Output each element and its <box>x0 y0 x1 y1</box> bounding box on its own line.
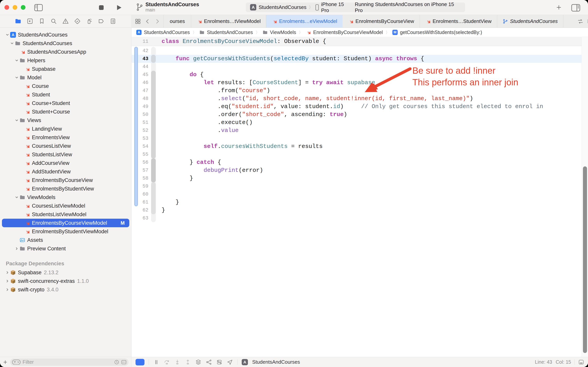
tree-item[interactable]: StudentsListViewModel <box>0 210 131 219</box>
sidebar-toggle-icon[interactable] <box>34 4 43 11</box>
navigator-tab-debug-icon[interactable] <box>86 18 92 25</box>
editor-scrollbar[interactable] <box>582 37 588 357</box>
code-line-current[interactable]: 43 func getCoursesWithStudents(selectedB… <box>132 55 582 63</box>
code-line[interactable]: 49 .eq("student.id", value: student.id) … <box>132 103 582 111</box>
disclosure-open-icon[interactable] <box>14 118 19 123</box>
tree-item[interactable]: Views <box>0 116 131 125</box>
minimize-button[interactable] <box>13 5 17 10</box>
tree-item[interactable]: Student+Course <box>0 108 131 116</box>
debug-step-out-icon[interactable] <box>185 359 191 365</box>
code-line[interactable]: 53 <box>132 134 582 142</box>
code-line[interactable]: 62} <box>132 206 582 214</box>
breadcrumb-item[interactable]: getCoursesWithStudents(selectedBy:) <box>400 30 482 35</box>
inspector-toggle-icon[interactable] <box>571 4 580 11</box>
scheme-status-pill[interactable]: A StudentsAndCourses 〉 iPhone 15 Pro Run… <box>246 2 465 12</box>
tree-item[interactable]: StudentsAndCoursesApp <box>0 48 131 56</box>
editor-tab[interactable]: Enrolments…StudentView <box>420 15 497 28</box>
navigator-tab-find-icon[interactable] <box>50 18 57 25</box>
scheme-project[interactable]: StudentsAndCourses <box>259 4 306 10</box>
line-number[interactable]: 63 <box>132 215 151 221</box>
run-button[interactable] <box>115 4 122 11</box>
tree-item[interactable]: AddCourseView <box>0 159 131 167</box>
navigator-tab-issues-icon[interactable] <box>62 18 69 25</box>
filter-input[interactable]: Filter <box>10 359 128 366</box>
scrollbar-thumb[interactable] <box>583 167 587 353</box>
breadcrumb-item[interactable]: StudentsAndCourses <box>144 30 190 35</box>
tree-item[interactable]: Supabase <box>0 65 131 73</box>
code-line[interactable]: 50 .order("short_code", ascending: true) <box>132 111 582 119</box>
tree-item[interactable]: EnrolmentsByCourseView <box>0 176 131 184</box>
code-line[interactable]: 57 debugPrint(error) <box>132 167 582 174</box>
disclosure-closed-icon[interactable] <box>5 270 10 275</box>
tree-item[interactable]: LandingView <box>0 125 131 133</box>
debug-step-in-icon[interactable] <box>174 359 180 365</box>
fold-ribbon-segment[interactable] <box>151 158 156 182</box>
navigator-tab-changes-icon[interactable] <box>27 18 33 25</box>
code-line[interactable]: 51 .execute() <box>132 119 582 126</box>
library-add-icon[interactable] <box>556 4 562 10</box>
tree-item[interactable]: ViewModels <box>0 193 131 201</box>
hide-debug-area-icon[interactable] <box>578 359 584 365</box>
breadcrumb-item[interactable]: EnrolmentsByCourseViewModel <box>313 30 383 35</box>
navigator-tab-bookmarks-icon[interactable] <box>39 18 45 25</box>
tree-item[interactable]: StudentsAndCourses <box>0 39 131 48</box>
navigator-tab-breakpoints-icon[interactable] <box>98 18 104 25</box>
debug-graph-icon[interactable] <box>206 359 212 365</box>
code-line[interactable]: 63 <box>132 214 582 222</box>
code-line[interactable]: 58 } <box>132 174 582 182</box>
package-item[interactable]: swift-concurrency-extras1.1.0 <box>0 277 131 285</box>
tree-item[interactable]: Helpers <box>0 56 131 65</box>
disclosure-open-icon[interactable] <box>5 33 10 37</box>
tree-item[interactable]: Student <box>0 90 131 99</box>
disclosure-open-icon[interactable] <box>14 75 19 80</box>
code-line[interactable]: 52 .value <box>132 126 582 134</box>
breakpoints-toggle-button[interactable] <box>135 359 144 366</box>
tree-item[interactable]: Course+Student <box>0 99 131 108</box>
code-line[interactable]: 60 <box>132 190 582 198</box>
code-line[interactable]: 56 } catch { <box>132 158 582 167</box>
code-line[interactable]: 54 self.coursesWithStudents = results <box>132 142 582 150</box>
tree-item[interactable]: StudentsListView <box>0 150 131 159</box>
back-icon[interactable] <box>144 18 151 25</box>
tree-item[interactable]: CoursesListView <box>0 142 131 150</box>
tree-item[interactable]: AddStudentView <box>0 167 131 176</box>
editor-options-icon[interactable] <box>587 18 588 25</box>
tree-item[interactable]: Model <box>0 73 131 82</box>
code-line[interactable]: 61 } <box>132 198 582 206</box>
scheme-destination[interactable]: iPhone 15 Pro <box>321 1 353 13</box>
disclosure-closed-icon[interactable] <box>14 246 19 251</box>
line-number[interactable]: 11 <box>132 39 151 44</box>
disclosure-open-icon[interactable] <box>10 41 14 46</box>
tree-item[interactable]: CoursesListViewModel <box>0 201 131 210</box>
code-line[interactable]: 59 <box>132 182 582 190</box>
recent-filter-icon[interactable] <box>114 360 119 365</box>
editor-tab[interactable]: EnrolmentsByCourseView <box>343 15 420 28</box>
disclosure-open-icon[interactable] <box>14 58 19 63</box>
tree-item[interactable]: EnrolmentsByStudentView <box>0 184 131 193</box>
close-button[interactable] <box>4 5 9 10</box>
navigator-tab-project-icon[interactable] <box>15 18 21 25</box>
editor-tab[interactable]: ourses <box>164 15 191 28</box>
line-number[interactable]: 62 <box>132 208 151 213</box>
debug-pause-icon[interactable] <box>153 359 160 365</box>
navigator-tab-reports-icon[interactable] <box>110 18 116 25</box>
related-items-icon[interactable] <box>135 18 141 25</box>
code-line[interactable]: 11class EnrolmentsByCourseViewModel: Obs… <box>132 38 326 45</box>
filter-funnel-icon[interactable] <box>12 360 21 365</box>
code-line[interactable]: 42 <box>132 47 582 55</box>
tree-item[interactable]: EnrolmentsView <box>0 133 131 142</box>
editor-tab[interactable]: Enrolments…tViewModel <box>191 15 266 28</box>
fold-ribbon-segment[interactable] <box>151 182 156 214</box>
tree-item[interactable]: AStudentsAndCourses <box>0 31 131 39</box>
fold-ribbon-segment[interactable] <box>151 55 156 63</box>
tree-item[interactable]: EnrolmentsByStudentViewModel <box>0 227 131 236</box>
code-editor[interactable]: 4243 func getCoursesWithStudents(selecte… <box>132 46 582 357</box>
fold-ribbon-segment[interactable] <box>151 71 156 158</box>
zoom-button[interactable] <box>21 5 25 10</box>
editor-tab[interactable]: Enrolments…eViewModel <box>266 15 343 28</box>
code-line[interactable]: 55 <box>132 150 582 158</box>
tree-item[interactable]: Assets <box>0 236 131 244</box>
package-item[interactable]: swift-crypto3.4.0 <box>0 285 131 294</box>
tree-item[interactable]: Course <box>0 82 131 90</box>
code-review-icon[interactable] <box>577 18 584 25</box>
